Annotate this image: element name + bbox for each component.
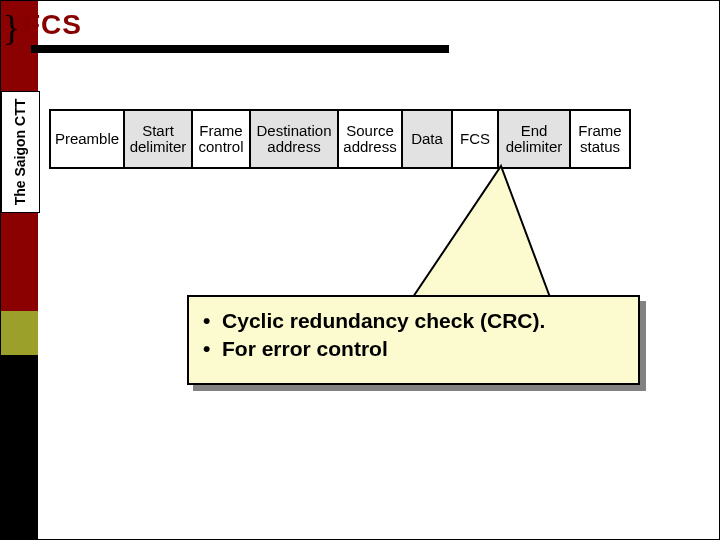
svg-marker-0 bbox=[411, 166, 551, 300]
sidebar-label: The Saigon CTT bbox=[1, 91, 40, 213]
header-bar bbox=[31, 45, 449, 53]
field-fcs: FCS bbox=[451, 109, 499, 169]
left-strip-olive bbox=[1, 311, 38, 355]
field-end-delimiter: End delimiter bbox=[497, 109, 571, 169]
title-brace: } bbox=[3, 7, 20, 49]
frame-structure-row: Preamble Start delimiter Frame control D… bbox=[51, 109, 631, 169]
field-frame-status: Frame status bbox=[569, 109, 631, 169]
field-data: Data bbox=[401, 109, 453, 169]
field-start-delimiter: Start delimiter bbox=[123, 109, 193, 169]
field-destination-address: Destination address bbox=[249, 109, 339, 169]
field-preamble: Preamble bbox=[49, 109, 125, 169]
callout-box: • Cyclic redundancy check (CRC). • For e… bbox=[187, 295, 640, 385]
callout-line-1: • Cyclic redundancy check (CRC). bbox=[203, 307, 624, 335]
field-source-address: Source address bbox=[337, 109, 403, 169]
page-title: FCS bbox=[23, 9, 82, 41]
slide: The Saigon CTT } FCS Preamble Start deli… bbox=[0, 0, 720, 540]
callout-line-2: • For error control bbox=[203, 335, 624, 363]
left-strip-black bbox=[1, 355, 38, 540]
field-frame-control: Frame control bbox=[191, 109, 251, 169]
